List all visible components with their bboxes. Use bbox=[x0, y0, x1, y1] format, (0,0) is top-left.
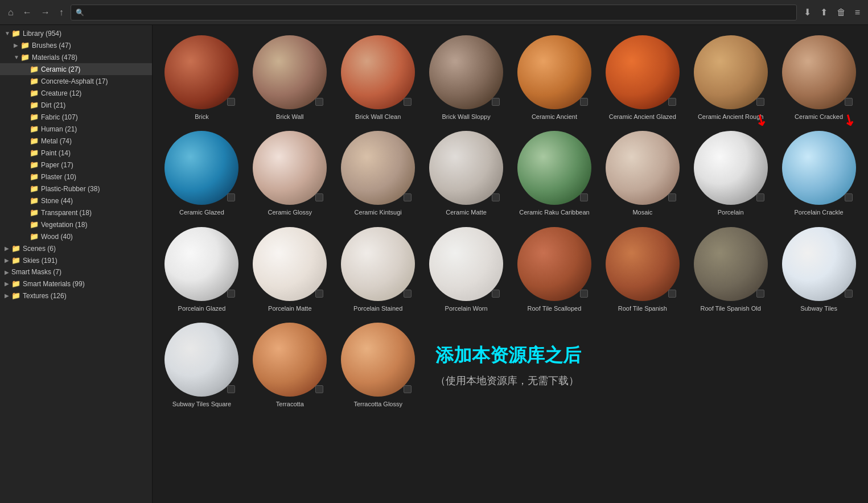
material-item-porcelain[interactable]: Porcelain↘ bbox=[688, 127, 773, 220]
material-item-porcelain-matte[interactable]: Porcelain Matte bbox=[248, 224, 332, 316]
checkbox-ceramic-raku[interactable] bbox=[580, 193, 588, 201]
checkbox-ceramic-cracked[interactable] bbox=[845, 98, 853, 106]
material-name-ceramic-glazed: Ceramic Glazed bbox=[179, 208, 224, 216]
sidebar-item-dirt[interactable]: 📁Dirt (21) bbox=[0, 99, 152, 111]
checkbox-roof-spanish-old[interactable] bbox=[756, 290, 764, 298]
checkbox-porcelain[interactable] bbox=[756, 193, 764, 201]
sphere-wrapper-ceramic-cracked bbox=[782, 35, 856, 109]
checkbox-ceramic-ancient-glazed[interactable] bbox=[668, 98, 676, 106]
checkbox-brick[interactable] bbox=[227, 98, 235, 106]
material-item-ceramic-glazed[interactable]: Ceramic Glazed bbox=[159, 127, 244, 220]
sidebar-item-skies[interactable]: ▶📁Skies (191) bbox=[0, 254, 152, 266]
sidebar-item-wood[interactable]: 📁Wood (40) bbox=[0, 230, 152, 242]
sphere-wrapper-brick-wall-sloppy bbox=[429, 35, 503, 109]
sidebar-label-plastic: Plastic-Rubber (38) bbox=[41, 185, 100, 193]
folder-icon-creature: 📁 bbox=[30, 89, 39, 97]
back-icon[interactable]: ← bbox=[20, 5, 34, 20]
material-item-porcelain-crackle[interactable]: Porcelain Crackle↘ bbox=[776, 127, 861, 220]
material-item-ceramic-matte[interactable]: Ceramic Matte bbox=[424, 127, 509, 220]
sidebar-item-transparent[interactable]: 📁Transparent (18) bbox=[0, 207, 152, 218]
material-item-roof-scalloped[interactable]: Roof Tile Scalloped bbox=[512, 224, 597, 316]
checkbox-roof-scalloped[interactable] bbox=[580, 290, 588, 298]
sidebar-item-metal[interactable]: 📁Metal (74) bbox=[0, 135, 152, 147]
sidebar-item-materials[interactable]: ▼📁Materials (478) bbox=[0, 51, 152, 63]
sidebar-item-fabric[interactable]: 📁Fabric (107) bbox=[0, 111, 152, 123]
material-name-terracotta: Terracotta bbox=[276, 400, 304, 408]
material-item-subway[interactable]: Subway Tiles bbox=[776, 224, 861, 316]
delete-icon[interactable]: 🗑 bbox=[834, 5, 848, 20]
sidebar-label-dirt: Dirt (21) bbox=[41, 101, 65, 109]
checkbox-ceramic-glossy[interactable] bbox=[315, 193, 323, 201]
home-icon[interactable]: ⌂ bbox=[6, 5, 16, 20]
material-item-subway-square[interactable]: Subway Tiles Square bbox=[159, 319, 244, 411]
checkbox-brick-wall[interactable] bbox=[315, 98, 323, 106]
material-item-ceramic-cracked[interactable]: Ceramic Cracked bbox=[776, 32, 861, 124]
export-icon[interactable]: ⬆ bbox=[818, 5, 830, 20]
sidebar-item-smart-materials[interactable]: ▶📁Smart Materials (99) bbox=[0, 278, 152, 290]
material-item-ceramic-ancient-glazed[interactable]: Ceramic Ancient Glazed bbox=[600, 32, 685, 124]
checkbox-brick-wall-clean[interactable] bbox=[404, 98, 412, 106]
sidebar-item-library[interactable]: ▼📁Library (954) bbox=[0, 27, 152, 39]
checkbox-ceramic-matte[interactable] bbox=[492, 193, 500, 201]
material-item-porcelain-glazed[interactable]: Porcelain Glazed bbox=[159, 224, 244, 316]
expand-icon-smart-materials: ▶ bbox=[5, 281, 10, 287]
checkbox-porcelain-worn[interactable] bbox=[492, 290, 500, 298]
folder-icon-transparent: 📁 bbox=[30, 208, 39, 217]
checkbox-ceramic-glazed[interactable] bbox=[227, 193, 235, 201]
checkbox-ceramic-kintsugi[interactable] bbox=[404, 193, 412, 201]
material-item-ceramic-ancient[interactable]: Ceramic Ancient bbox=[512, 32, 597, 124]
sidebar-item-plaster[interactable]: 📁Plaster (10) bbox=[0, 171, 152, 183]
sidebar-item-creature[interactable]: 📁Creature (12) bbox=[0, 87, 152, 99]
material-item-ceramic-glossy[interactable]: Ceramic Glossy bbox=[248, 127, 332, 220]
checkbox-mosaic[interactable] bbox=[668, 193, 676, 201]
material-item-roof-spanish-old[interactable]: Roof Tile Spanish Old bbox=[688, 224, 773, 316]
material-item-brick-wall-sloppy[interactable]: Brick Wall Sloppy bbox=[424, 32, 509, 124]
sidebar-item-paper[interactable]: 📁Paper (17) bbox=[0, 159, 152, 171]
sidebar-item-brushes[interactable]: ▶📁Brushes (47) bbox=[0, 39, 152, 51]
menu-icon[interactable]: ≡ bbox=[853, 5, 862, 20]
sidebar-label-paint: Paint (14) bbox=[41, 149, 71, 157]
sidebar-item-vegetation[interactable]: 📁Vegetation (18) bbox=[0, 218, 152, 230]
up-icon[interactable]: ↑ bbox=[57, 5, 66, 20]
sidebar-item-stone[interactable]: 📁Stone (44) bbox=[0, 195, 152, 207]
checkbox-subway[interactable] bbox=[845, 290, 853, 298]
material-item-porcelain-worn[interactable]: Porcelain Worn bbox=[424, 224, 509, 316]
sidebar-item-scenes[interactable]: ▶📁Scenes (6) bbox=[0, 242, 152, 254]
material-item-ceramic-kintsugi[interactable]: Ceramic Kintsugi bbox=[336, 127, 421, 220]
search-input[interactable] bbox=[88, 8, 792, 17]
material-item-ceramic-raku[interactable]: Ceramic Raku Caribbean bbox=[512, 127, 597, 220]
material-item-brick[interactable]: Brick bbox=[159, 32, 244, 124]
material-item-brick-wall[interactable]: Brick Wall bbox=[248, 32, 332, 124]
material-item-terracotta-glossy[interactable]: Terracotta Glossy bbox=[336, 319, 421, 411]
material-item-porcelain-stained[interactable]: Porcelain Stained bbox=[336, 224, 421, 316]
checkbox-porcelain-stained[interactable] bbox=[404, 290, 412, 298]
sidebar-item-concrete[interactable]: 📁Concrete-Asphalt (17) bbox=[0, 75, 152, 87]
checkbox-roof-spanish[interactable] bbox=[668, 290, 676, 298]
material-item-brick-wall-clean[interactable]: Brick Wall Clean bbox=[336, 32, 421, 124]
checkbox-terracotta-glossy[interactable] bbox=[404, 385, 412, 393]
checkbox-ceramic-ancient[interactable] bbox=[580, 98, 588, 106]
sidebar-item-smart-masks[interactable]: ▶Smart Masks (7) bbox=[0, 266, 152, 278]
checkbox-porcelain-glazed[interactable] bbox=[227, 290, 235, 298]
checkbox-porcelain-matte[interactable] bbox=[315, 290, 323, 298]
checkbox-porcelain-crackle[interactable] bbox=[845, 193, 853, 201]
sidebar-item-ceramic[interactable]: 📁Ceramic (27) bbox=[0, 63, 152, 75]
checkbox-ceramic-ancient-rough[interactable] bbox=[756, 98, 764, 106]
sphere-wrapper-brick-wall bbox=[253, 35, 327, 109]
sidebar-item-human[interactable]: 📁Human (21) bbox=[0, 123, 152, 135]
material-item-terracotta[interactable]: Terracotta bbox=[248, 319, 332, 411]
forward-icon[interactable]: → bbox=[39, 5, 52, 20]
sphere-wrapper-porcelain bbox=[694, 131, 768, 205]
sidebar-item-paint[interactable]: 📁Paint (14) bbox=[0, 147, 152, 159]
checkbox-terracotta[interactable] bbox=[315, 385, 323, 393]
checkbox-brick-wall-sloppy[interactable] bbox=[492, 98, 500, 106]
material-item-roof-spanish[interactable]: Roof Tile Spanish bbox=[600, 224, 685, 316]
checkbox-subway-square[interactable] bbox=[227, 385, 235, 393]
sphere-wrapper-ceramic-raku bbox=[517, 131, 591, 205]
folder-icon-paper: 📁 bbox=[30, 160, 39, 169]
material-item-mosaic[interactable]: Mosaic bbox=[600, 127, 685, 220]
material-item-ceramic-ancient-rough[interactable]: Ceramic Ancient Rough bbox=[688, 32, 773, 124]
sidebar-item-textures[interactable]: ▶📁Textures (126) bbox=[0, 290, 152, 302]
sidebar-item-plastic[interactable]: 📁Plastic-Rubber (38) bbox=[0, 183, 152, 195]
download-icon[interactable]: ⬇ bbox=[801, 5, 813, 20]
